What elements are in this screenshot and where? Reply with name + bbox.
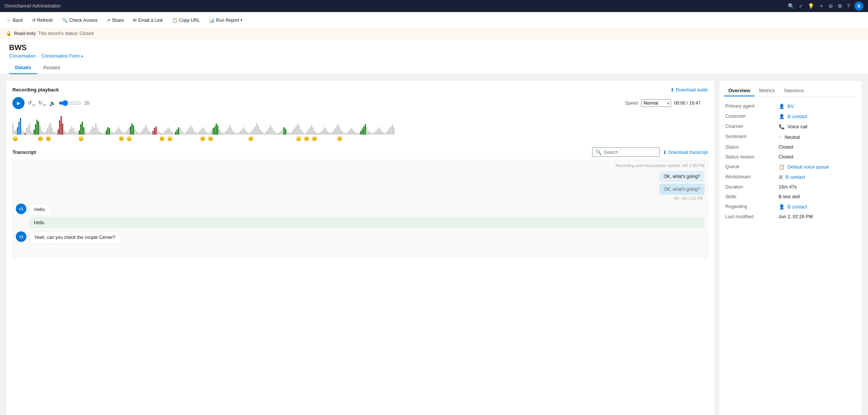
wave-bar	[243, 127, 244, 135]
checkmark-circle-icon[interactable]: ✓	[799, 3, 803, 9]
wave-bar	[279, 132, 280, 135]
transcript-body[interactable]: Recording and transcription started. 6/2…	[12, 160, 708, 258]
transcript-search-input[interactable]	[604, 150, 656, 155]
settings-icon[interactable]: ⚙	[838, 3, 842, 9]
wave-bar	[91, 129, 92, 135]
avatar-left-2: +1	[16, 231, 26, 242]
copy-url-button[interactable]: 📋 Copy URL	[168, 15, 204, 25]
emoji-row: 😞 🙂 😊 😞 🙂 😞 🙂 😞 🙂 🙂 🙂 😞 🙂 🙂 🙂	[12, 136, 708, 141]
value-regarding: 👤 B contact	[777, 202, 857, 212]
wave-bar	[210, 132, 211, 135]
wave-bar	[270, 125, 271, 135]
wave-bar	[259, 129, 260, 135]
message-left-1: +1 Hello.	[16, 204, 705, 216]
wave-bar	[289, 133, 291, 135]
wave-bar	[119, 129, 120, 135]
regarding-link[interactable]: B contact	[787, 204, 807, 210]
wave-bar	[130, 126, 131, 135]
wave-bar	[228, 128, 229, 135]
transcript-header: Transcript 🔍 ⬇ Download transcript	[12, 147, 708, 157]
wave-bar	[214, 126, 215, 135]
label-queue: Queue	[724, 162, 777, 172]
wave-bar	[143, 128, 145, 135]
wave-bar	[128, 128, 129, 135]
wave-bar	[124, 133, 125, 135]
email-icon: ✉	[133, 18, 137, 23]
wave-bar	[253, 128, 254, 135]
avatar-left-1: +1	[16, 204, 26, 214]
wave-bar	[377, 129, 378, 135]
right-tab-sessions[interactable]: Sessions	[780, 85, 809, 96]
wave-bar	[139, 133, 140, 135]
wave-bar	[309, 128, 310, 135]
wave-bar	[47, 128, 48, 135]
command-bar: ← Back ↺ Refresh 🔍 Check Access ↗ Share …	[0, 12, 868, 29]
speed-select[interactable]: Normal 0.5x 0.75x 1.25x 1.5x 2x	[641, 99, 671, 107]
customer-link[interactable]: B contact	[787, 114, 807, 119]
primary-agent-link[interactable]: BV	[787, 104, 794, 109]
wave-bar	[158, 132, 160, 135]
check-access-button[interactable]: 🔍 Check Access	[58, 15, 101, 25]
wave-bar	[201, 129, 202, 135]
value-duration: 16m 47s	[777, 182, 857, 192]
wave-bar	[196, 133, 197, 135]
download-transcript-button[interactable]: ⬇ Download transcript	[663, 150, 708, 155]
channel-value: Voice call	[787, 124, 807, 129]
app-title: Omnichannel Administration	[5, 3, 61, 9]
avatar[interactable]: B	[854, 2, 863, 11]
wave-bar	[21, 130, 23, 135]
breadcrumb-conversation-link[interactable]: Conversation	[9, 53, 36, 59]
speed-wrapper: Normal 0.5x 0.75x 1.25x 1.5x 2x	[641, 99, 671, 107]
rewind-10-button[interactable]: ↺10	[27, 100, 35, 107]
workstream-link[interactable]: B contact	[786, 175, 805, 180]
tab-details[interactable]: Details	[9, 62, 37, 74]
queue-link[interactable]: Default voice queue	[787, 164, 829, 170]
filter-icon[interactable]: ⊘	[828, 3, 833, 9]
breadcrumb-form-link[interactable]: Conversation Form ▾	[41, 53, 83, 59]
wave-bar	[35, 124, 36, 135]
info-row-customer: Customer 👤 B contact	[724, 111, 857, 122]
wave-bar	[76, 132, 77, 135]
wave-bar	[155, 126, 157, 135]
search-icon[interactable]: 🔍	[788, 3, 794, 9]
volume-slider[interactable]	[59, 100, 81, 106]
page-title: BWS	[9, 43, 859, 52]
wave-bar	[97, 127, 98, 135]
wave-bar	[177, 129, 178, 135]
waveform[interactable]	[12, 112, 708, 135]
wave-bar	[184, 133, 185, 135]
tab-related[interactable]: Related	[37, 62, 66, 74]
email-link-button[interactable]: ✉ Email a Link	[129, 15, 166, 25]
forward-30-button[interactable]: ↻30	[38, 100, 46, 107]
wave-bar	[62, 123, 63, 135]
run-report-button[interactable]: 📊 Run Report ▾	[205, 15, 246, 25]
info-row-regarding: Regarding 👤 B contact	[724, 202, 857, 212]
wave-bar	[375, 131, 376, 135]
question-icon[interactable]: ?	[847, 3, 850, 9]
value-customer: 👤 B contact	[777, 111, 857, 122]
share-button[interactable]: ↗ Share	[103, 15, 128, 25]
download-audio-button[interactable]: ⬇ Download audio	[670, 87, 708, 93]
emoji-1: 😞	[12, 136, 18, 141]
refresh-button[interactable]: ↺ Refresh	[28, 15, 57, 25]
play-button[interactable]: ▶	[12, 97, 24, 109]
wave-bar	[92, 126, 93, 135]
wave-bar	[302, 131, 303, 135]
info-row-last-modified: Last modified Jun 2, 02:26 PM	[724, 212, 857, 222]
right-tab-metrics[interactable]: Metrics	[755, 85, 780, 96]
bubble-right-1: OK, what's going?	[659, 171, 705, 182]
wave-bar	[151, 133, 152, 135]
plus-icon[interactable]: ＋	[819, 3, 824, 9]
wave-bar	[285, 129, 286, 135]
right-tab-overview[interactable]: Overview	[724, 85, 755, 96]
breadcrumb-chevron-icon: ▾	[81, 54, 83, 58]
emoji-13: 🙂	[304, 136, 309, 141]
lightbulb-icon[interactable]: 💡	[808, 3, 814, 9]
wave-bar	[61, 116, 62, 135]
emoji-5: 🙂	[119, 136, 124, 141]
back-button[interactable]: ← Back	[3, 15, 27, 25]
recording-header: Recording playback ⬇ Download audio	[12, 87, 708, 93]
wave-bar	[342, 132, 343, 135]
wave-bar	[354, 132, 355, 135]
transcript-actions: 🔍 ⬇ Download transcript	[592, 147, 708, 157]
